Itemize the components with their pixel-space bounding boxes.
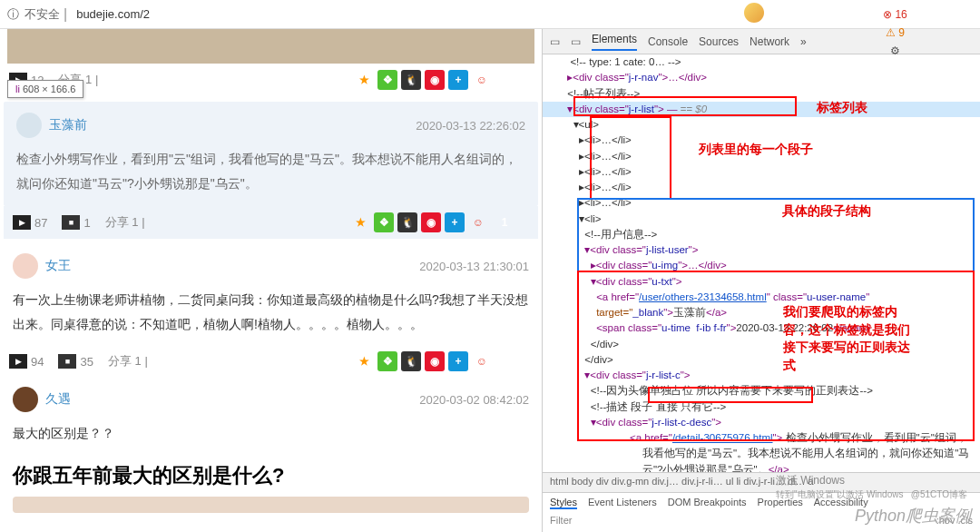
smile-icon[interactable]: ☺ xyxy=(472,70,492,90)
tab-dom-breakpoints[interactable]: DOM Breakpoints xyxy=(668,497,747,509)
count-2: 1 xyxy=(83,216,90,230)
avatar[interactable] xyxy=(13,387,38,412)
star-icon[interactable]: ★ xyxy=(354,70,374,90)
avatar[interactable] xyxy=(16,113,42,138)
post-big-title: 你跟五年前最大的区别是什么? xyxy=(0,455,542,491)
inspect-tooltip: li 608 × 166.6 xyxy=(7,80,83,98)
post-toolbar: ▶ 87 ■ 1 分享 1 | ★ ❖ 🐧 ◉ + ☺ 1 xyxy=(4,206,538,239)
post-item: 久遇 2020-03-02 08:42:02 最大的区别是？？ xyxy=(0,378,542,455)
tab-network[interactable]: Network xyxy=(750,35,789,48)
tab-styles[interactable]: Styles xyxy=(550,497,577,509)
count-1: 87 xyxy=(34,216,47,230)
smile-count: 3 xyxy=(498,351,518,371)
post-image xyxy=(13,497,529,513)
devtools-dom-tree[interactable]: <!-- type: 1 cate: 0… --> ▸<div class="j… xyxy=(543,54,980,472)
weibo-icon[interactable]: ◉ xyxy=(421,212,441,232)
tab-event-listeners[interactable]: Event Listeners xyxy=(588,497,657,509)
post-time: 2020-03-02 08:42:02 xyxy=(419,393,529,407)
url-text[interactable]: budejie.com/2 xyxy=(76,7,150,21)
more-tabs-icon[interactable]: » xyxy=(800,35,807,48)
inspect-icon[interactable]: ▭ xyxy=(550,35,560,48)
qq-icon[interactable]: 🐧 xyxy=(397,212,417,232)
info-icon[interactable]: ⓘ xyxy=(7,6,19,23)
devtools-panel: ▭ ▭ Elements Console Sources Network » ⊗… xyxy=(543,29,980,532)
count-1: 94 xyxy=(31,355,44,369)
plus-icon[interactable]: + xyxy=(445,212,465,232)
filter-input[interactable]: Filter xyxy=(550,515,572,526)
share-label[interactable]: 分享 1 | xyxy=(108,353,148,369)
error-count[interactable]: ⊗ 16 xyxy=(883,8,907,21)
smile-count: 10 xyxy=(498,70,518,90)
post-time: 2020-03-13 22:26:02 xyxy=(416,119,525,133)
username-link[interactable]: 玉藻前 xyxy=(49,117,87,133)
warn-count[interactable]: ⚠ 9 xyxy=(886,26,905,39)
username-link[interactable]: 女王 xyxy=(45,258,71,274)
star-icon[interactable]: ★ xyxy=(354,351,374,371)
thumb-icon[interactable]: ▶ xyxy=(13,215,31,230)
tab-sources[interactable]: Sources xyxy=(699,35,739,48)
watermark-activate: 激活 Windows 转到"电脑设置"以激活 Windows @51CTO博客 xyxy=(776,473,967,501)
devtools-tabs: ▭ ▭ Elements Console Sources Network » ⊗… xyxy=(543,29,980,54)
insecure-label: 不安全 xyxy=(24,6,60,23)
wechat-icon[interactable]: ❖ xyxy=(377,70,397,90)
share-label[interactable]: 分享 1 | xyxy=(105,214,145,231)
profile-avatar[interactable] xyxy=(744,3,764,23)
plus-icon[interactable]: + xyxy=(448,70,468,90)
smile-count: 1 xyxy=(495,212,514,232)
post-body: 有一次上生物课老师讲植物，二货同桌问我：你知道最高级的植物是什么吗?我想了半天没… xyxy=(13,288,529,336)
smile-icon[interactable]: ☺ xyxy=(472,351,492,371)
weibo-icon[interactable]: ◉ xyxy=(425,70,445,90)
hov-cls[interactable]: :hov .cls xyxy=(936,515,973,526)
post-time: 2020-03-13 21:30:01 xyxy=(419,260,529,273)
post-body: 检查小外甥写作业，看到用"云"组词，我看他写的是"马云"。我本想说不能用人名组词… xyxy=(16,147,525,195)
wechat-icon[interactable]: ❖ xyxy=(374,212,394,232)
tab-elements[interactable]: Elements xyxy=(592,33,637,51)
plus-icon[interactable]: + xyxy=(448,351,468,371)
post-highlighted: 玉藻前 2020-03-13 22:26:02 检查小外甥写作业，看到用"云"组… xyxy=(4,102,538,206)
qq-icon[interactable]: 🐧 xyxy=(401,70,421,90)
post-body: 最大的区别是？？ xyxy=(13,421,529,446)
count-2: 35 xyxy=(80,355,93,369)
post-item: 女王 2020-03-13 21:30:01 有一次上生物课老师讲植物，二货同桌… xyxy=(0,244,542,345)
weibo-icon[interactable]: ◉ xyxy=(425,351,445,371)
star-icon[interactable]: ★ xyxy=(350,212,370,232)
username-link[interactable]: 久遇 xyxy=(45,391,71,408)
wechat-icon[interactable]: ❖ xyxy=(377,351,397,371)
thumb-icon[interactable]: ▶ xyxy=(9,354,27,369)
page-content: li 608 × 166.6 ▶ 12 分享 1 | ★ ❖ 🐧 ◉ + ☺ 1… xyxy=(0,29,543,532)
post-toolbar: ▶ 94 ■ 35 分享 1 | ★ ❖ 🐧 ◉ + ☺ 3 xyxy=(0,345,542,378)
hero-image xyxy=(7,29,534,64)
smile-icon[interactable]: ☺ xyxy=(468,212,488,232)
avatar[interactable] xyxy=(13,253,38,279)
tab-console[interactable]: Console xyxy=(648,35,688,48)
device-icon[interactable]: ▭ xyxy=(571,35,581,48)
vid-icon[interactable]: ■ xyxy=(62,215,80,230)
vid-icon[interactable]: ■ xyxy=(58,354,76,369)
qq-icon[interactable]: 🐧 xyxy=(401,351,421,371)
